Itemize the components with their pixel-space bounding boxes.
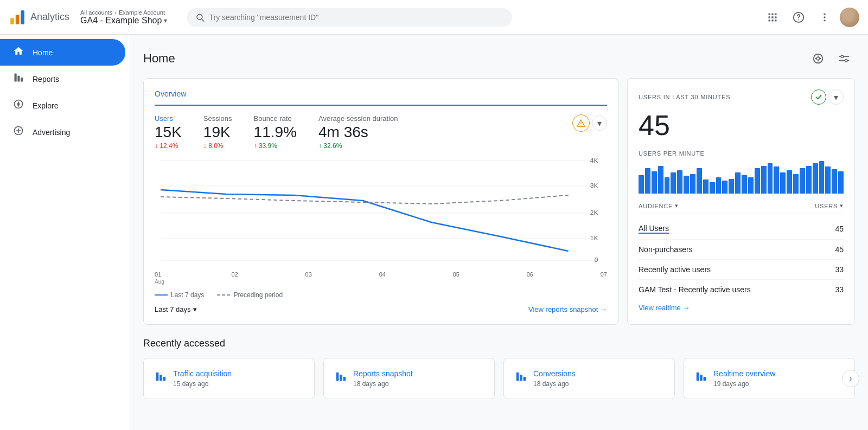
metric-duration-label: Average session duration <box>318 114 398 123</box>
recently-accessed-section: Traffic acquisition 15 days ago Reports … <box>143 358 855 399</box>
audience-col-label[interactable]: AUDIENCE ▾ <box>639 202 679 209</box>
recent-name-0[interactable]: Traffic acquisition <box>173 369 232 378</box>
realtime-bar <box>774 166 779 194</box>
svg-line-4 <box>202 19 204 21</box>
recent-name-2[interactable]: Conversions <box>533 369 576 378</box>
sidebar-item-explore-label: Explore <box>33 101 58 110</box>
realtime-per-minute-label: USERS PER MINUTE <box>639 150 844 157</box>
recent-time-1: 18 days ago <box>353 380 413 388</box>
recent-cards-next-button[interactable]: › <box>842 370 859 387</box>
realtime-bar <box>761 166 767 194</box>
realtime-bar <box>697 168 702 194</box>
svg-rect-8 <box>769 16 770 18</box>
recent-card-icon-0 <box>155 370 167 385</box>
realtime-bar <box>645 168 650 194</box>
svg-rect-11 <box>769 20 770 21</box>
audience-table: All Users 45 Non-purchasers 45 Recently … <box>639 219 844 299</box>
chart-x-axis: 01Aug 02 03 04 05 06 07 <box>155 269 607 287</box>
sidebar-item-explore[interactable]: Explore <box>0 92 125 119</box>
recent-name-3[interactable]: Realtime overview <box>713 369 775 378</box>
realtime-bar <box>832 169 837 194</box>
realtime-label: USERS IN LAST 30 MINUTES <box>639 94 730 100</box>
search-input[interactable] <box>209 13 504 22</box>
apps-button[interactable] <box>762 7 783 28</box>
svg-rect-48 <box>697 373 699 381</box>
sidebar-item-home[interactable]: Home <box>0 39 125 66</box>
audience-name-0-text: All Users <box>639 224 669 234</box>
view-reports-snapshot-link[interactable]: View reports snapshot → <box>528 305 607 313</box>
svg-rect-6 <box>771 13 773 15</box>
date-range-selector[interactable]: Last 7 days ▾ <box>155 305 197 313</box>
audience-name-0: All Users <box>639 224 669 234</box>
metric-duration: Average session duration 4m 36s ↑ 32.6% <box>318 114 398 150</box>
cards-row: Overview Users 15K ↓ 12.4% Sessions 19K … <box>143 78 855 325</box>
sidebar-item-reports[interactable]: Reports <box>0 66 125 92</box>
account-selector[interactable]: GA4 - Example Shop ▾ <box>80 16 167 25</box>
stats-tab[interactable]: Overview <box>155 89 186 100</box>
audience-name-1: Non-purchasers <box>639 245 693 254</box>
realtime-dropdown-button[interactable]: ▾ <box>828 89 844 105</box>
svg-rect-40 <box>159 375 162 381</box>
realtime-bar <box>780 172 786 194</box>
realtime-bar <box>729 179 734 194</box>
sidebar: Home Reports Explore Advertising <box>0 35 130 430</box>
x-label-07: 07 <box>601 271 607 285</box>
realtime-bar <box>671 172 676 194</box>
svg-rect-10 <box>775 16 776 18</box>
audience-row-1: Non-purchasers 45 <box>639 240 844 260</box>
avatar[interactable] <box>840 8 859 27</box>
svg-rect-46 <box>520 375 522 381</box>
svg-marker-23 <box>17 101 20 107</box>
realtime-bar <box>658 166 663 194</box>
recent-name-1[interactable]: Reports snapshot <box>353 369 413 378</box>
search-bar[interactable] <box>187 8 512 27</box>
metrics-dropdown-button[interactable]: ▾ <box>592 115 607 131</box>
audience-row-0: All Users 45 <box>639 219 844 240</box>
recent-card-1: Reports snapshot 18 days ago <box>323 358 495 399</box>
svg-point-26 <box>816 57 820 60</box>
metric-sessions-value: 19K <box>203 124 232 141</box>
metric-users-label[interactable]: Users <box>155 114 182 123</box>
svg-rect-43 <box>340 375 342 381</box>
insights-icon <box>812 53 824 65</box>
breadcrumb-chevron: › <box>114 9 117 16</box>
check-icon <box>811 89 826 105</box>
realtime-bar <box>742 175 747 194</box>
legend-last7-line <box>155 294 168 296</box>
metric-bounce-label: Bounce rate <box>254 114 297 123</box>
more-icon <box>819 12 830 23</box>
more-button[interactable] <box>814 7 835 28</box>
view-realtime-link[interactable]: View realtime → <box>639 304 844 312</box>
customize-icon <box>838 53 850 65</box>
realtime-bar <box>690 174 695 194</box>
chart-area: 4K 3K 2K 1K 0 <box>155 156 607 265</box>
account-parent: Example Account <box>119 9 165 16</box>
sidebar-item-advertising[interactable]: Advertising <box>0 119 125 145</box>
recent-card-icon-3 <box>695 370 707 385</box>
svg-rect-7 <box>775 13 776 15</box>
help-icon <box>793 11 805 23</box>
svg-rect-12 <box>771 20 773 21</box>
recent-time-0: 15 days ago <box>173 380 232 388</box>
metrics-row: Users 15K ↓ 12.4% Sessions 19K ↓ 8.0% Bo… <box>155 114 607 150</box>
recent-time-2: 18 days ago <box>533 380 576 388</box>
realtime-bar <box>806 166 812 194</box>
page-title: Home <box>143 52 175 66</box>
recent-time-3: 19 days ago <box>713 380 775 388</box>
insights-button[interactable] <box>807 48 829 69</box>
home-icon <box>13 46 24 59</box>
svg-rect-19 <box>15 74 17 82</box>
metric-alert: ▾ <box>572 114 607 132</box>
metric-duration-value: 4m 36s <box>318 124 398 141</box>
realtime-check: ▾ <box>811 89 844 105</box>
users-col-label[interactable]: USERS ▾ <box>815 202 844 209</box>
svg-rect-49 <box>700 375 703 381</box>
realtime-bar <box>800 168 805 194</box>
recent-info-0: Traffic acquisition 15 days ago <box>173 369 232 388</box>
help-button[interactable] <box>788 7 809 28</box>
svg-point-25 <box>814 54 823 63</box>
recent-info-2: Conversions 18 days ago <box>533 369 576 388</box>
recent-cards: Traffic acquisition 15 days ago Reports … <box>143 358 855 399</box>
customize-button[interactable] <box>833 48 855 69</box>
all-accounts-link[interactable]: All accounts <box>80 9 112 16</box>
